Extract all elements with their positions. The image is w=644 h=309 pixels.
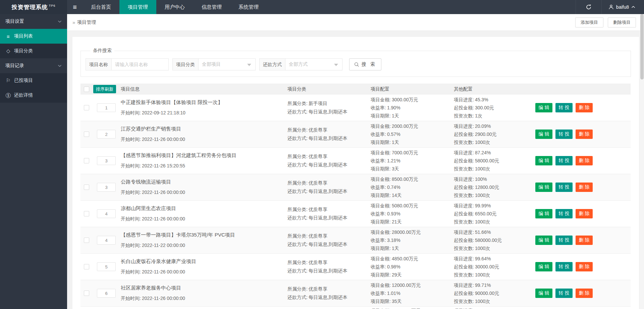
repay-method-select[interactable]: 全部方式 <box>285 58 342 70</box>
delete-button[interactable]: 删 除 <box>576 130 593 139</box>
refresh-button[interactable] <box>576 0 602 14</box>
project-name-input[interactable] <box>115 62 165 67</box>
row-checkbox[interactable] <box>84 185 89 190</box>
transfer-button[interactable]: 转 投 <box>555 130 573 139</box>
sidebar-group-project-records[interactable]: 项目记录 <box>0 58 67 73</box>
row-checkbox[interactable] <box>84 211 89 216</box>
edit-button[interactable]: 编 辑 <box>535 103 552 112</box>
project-table: 排序刷新 项目信息 项目分类 项目配置 其他配置 中正建投新手体验项目【体验项目… <box>80 84 631 309</box>
sidebar-item-invested-projects[interactable]: ⚐ 已投项目 <box>0 73 67 88</box>
sort-refresh-button[interactable]: 排序刷新 <box>93 85 116 93</box>
row-checkbox[interactable] <box>84 132 89 137</box>
category-value: 优质尊享 <box>309 286 327 292</box>
project-amount: 项目金额:2000.00万元 <box>371 122 449 130</box>
delete-button[interactable]: 删 除 <box>576 103 593 112</box>
invest-count-label: 投资次数: <box>454 113 474 118</box>
sort-order-input[interactable] <box>97 156 116 165</box>
sort-order-input[interactable] <box>97 209 116 218</box>
menu-toggle-button[interactable]: ≡ <box>67 0 83 14</box>
project-repay-method: 还款方式:每日返息,到期还本 <box>287 189 366 195</box>
transfer-button[interactable]: 转 投 <box>555 209 573 218</box>
nav-item-projects[interactable]: 项目管理 <box>119 0 156 14</box>
row-actions: 编 辑 转 投 删 除 <box>535 262 593 271</box>
min-invest-value: 30000.00元 <box>475 264 499 269</box>
table-row: 江苏交通护栏生产销售项目 开始时间:2022-11-26 00:00:00 所属… <box>80 121 631 148</box>
row-checkbox[interactable] <box>84 158 89 163</box>
nav-item-system[interactable]: 系统管理 <box>230 0 267 14</box>
category-label: 所属分类: <box>287 154 308 159</box>
edit-button[interactable]: 编 辑 <box>535 130 552 139</box>
start-time-value: 2022-11-26 00:00:00 <box>142 137 185 142</box>
transfer-button[interactable]: 转 投 <box>555 262 573 271</box>
sidebar-group-project-settings[interactable]: 项目设置 <box>0 14 67 29</box>
project-config-cell: 项目金额:7000.00万元 收益率:1.21% 项目期限:3天 <box>371 148 449 174</box>
search-button-label: 搜 索 <box>362 61 376 67</box>
sort-order-input[interactable] <box>97 289 116 298</box>
row-checkbox[interactable] <box>84 264 89 269</box>
sidebar-item-repayment-details[interactable]: $ 还款详情 <box>0 88 67 103</box>
sidebar-item-label: 已投项目 <box>14 78 33 84</box>
transfer-button[interactable]: 转 投 <box>555 156 573 165</box>
progress-label: 项目进度: <box>454 203 474 208</box>
sort-order-input[interactable] <box>97 236 116 245</box>
row-checkbox[interactable] <box>84 238 89 243</box>
min-invest: 起投金额:90000.00元 <box>454 289 533 297</box>
edit-button[interactable]: 编 辑 <box>535 236 552 245</box>
transfer-button[interactable]: 转 投 <box>555 289 573 298</box>
transfer-button[interactable]: 转 投 <box>555 236 573 245</box>
sidebar-item-project-category[interactable]: ◇ 项目分类 <box>0 44 67 58</box>
delete-button[interactable]: 删 除 <box>576 209 593 218</box>
project-category-select[interactable]: 全部项目 <box>198 58 256 70</box>
min-invest: 起投金额:300.00元 <box>454 104 533 112</box>
term-label: 项目期限: <box>371 246 391 251</box>
add-project-button[interactable]: 添加项目 <box>575 17 603 28</box>
sidebar-item-project-list[interactable]: ≡ 项目列表 <box>0 29 67 44</box>
edit-button[interactable]: 编 辑 <box>535 209 552 218</box>
row-checkbox[interactable] <box>84 105 89 110</box>
nav-item-dashboard[interactable]: 后台首页 <box>83 0 119 14</box>
table-row: 公路专线物流运输项目 开始时间:2022-11-26 00:00:00 所属分类… <box>80 174 631 201</box>
min-invest-label: 起投金额: <box>454 238 474 243</box>
nav-item-users[interactable]: 用户中心 <box>156 0 193 14</box>
edit-button[interactable]: 编 辑 <box>535 289 552 298</box>
delete-button[interactable]: 删 除 <box>576 262 593 271</box>
project-info-cell: 中正建投新手体验项目【体验项目 限投一次】 开始时间:2022-09-12 21… <box>121 95 282 121</box>
transfer-button[interactable]: 转 投 <box>555 103 573 112</box>
project-title: 长白山麦饭石冷泉水健康产业项目 <box>121 258 282 265</box>
sort-order-input[interactable] <box>97 130 116 139</box>
repay-value: 每日返息,到期还本 <box>309 162 347 167</box>
search-button[interactable]: 搜 索 <box>349 58 381 70</box>
edit-button[interactable]: 编 辑 <box>535 183 552 192</box>
chevron-down-icon <box>58 20 62 23</box>
delete-button[interactable]: 删 除 <box>576 289 593 298</box>
table-row: 中正建投新手体验项目【体验项目 限投一次】 开始时间:2022-09-12 21… <box>80 95 631 121</box>
delete-button[interactable]: 删 除 <box>576 236 593 245</box>
scrollbar-thumb[interactable] <box>640 14 644 80</box>
project-category-cell: 所属分类:优质尊享 还款方式:每日返息,到期还本 <box>287 174 366 200</box>
select-all-checkbox[interactable] <box>84 87 89 92</box>
delete-button[interactable]: 删 除 <box>576 156 593 165</box>
repay-value: 每日返息,到期还本 <box>309 242 347 247</box>
row-checkbox[interactable] <box>84 291 89 296</box>
project-category: 所属分类:优质尊享 <box>287 207 366 213</box>
project-title: 【感恩节一带一路项目】卡塔尔35万吨/年 PVC项目 <box>121 232 282 238</box>
sort-order-input[interactable] <box>97 183 116 192</box>
sort-order-input[interactable] <box>97 103 116 112</box>
amount-value: 8500.00万元 <box>392 176 418 182</box>
sort-order-input[interactable] <box>97 262 116 271</box>
delete-project-button[interactable]: 删除项目 <box>608 17 636 28</box>
nav-item-info[interactable]: 信息管理 <box>193 0 230 14</box>
transfer-button[interactable]: 转 投 <box>555 183 573 192</box>
project-category: 所属分类:优质尊享 <box>287 154 366 160</box>
row-actions: 编 辑 转 投 删 除 <box>535 130 593 139</box>
invest-count-label: 投资次数: <box>454 299 474 304</box>
delete-button[interactable]: 删 除 <box>576 183 593 192</box>
rate-label: 收益率: <box>371 211 386 216</box>
category-label: 所属分类: <box>287 180 308 186</box>
user-menu[interactable]: baifu8 <box>602 0 644 14</box>
category-label: 所属分类: <box>287 260 308 265</box>
edit-button[interactable]: 编 辑 <box>535 156 552 165</box>
project-amount: 项目金额:4850.00万元 <box>371 255 449 263</box>
other-config-cell: 项目进度:100% 起投金额:12800.00元 投资次数:1000次 <box>454 174 533 200</box>
edit-button[interactable]: 编 辑 <box>535 262 552 271</box>
